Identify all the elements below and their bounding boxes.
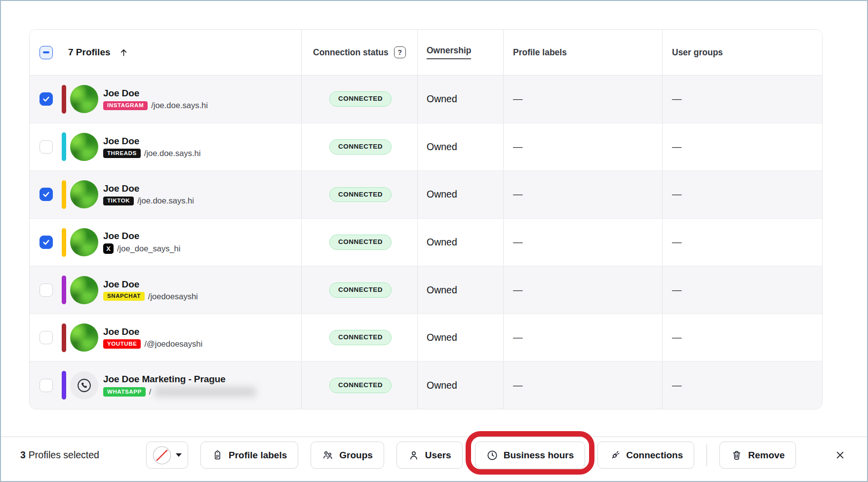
- connection-status-badge: CONNECTED: [329, 330, 392, 345]
- profile-name: Joe Doe: [103, 326, 202, 337]
- profile-handle: /: [149, 387, 152, 397]
- close-icon: [834, 449, 846, 461]
- table-row[interactable]: Joe Doe YOUTUBE /@joedoesayshi CONNECTED…: [30, 314, 822, 362]
- table-row[interactable]: Joe Doe SNAPCHAT /joedoesayshi CONNECTED…: [30, 266, 822, 314]
- ownership-value: Owned: [417, 266, 503, 314]
- ownership-value: Owned: [417, 362, 503, 409]
- user-groups-value: —: [662, 219, 822, 266]
- row-checkbox[interactable]: [39, 140, 53, 154]
- toolbar-divider: [707, 444, 707, 466]
- row-checkbox[interactable]: [39, 283, 53, 297]
- profile-handle: /@joedoesayshi: [144, 339, 202, 349]
- profile-name: Joe Doe: [103, 88, 208, 99]
- profile-labels-button[interactable]: p Profile labels: [200, 442, 298, 469]
- profile-color-bar: [62, 132, 66, 161]
- user-groups-value: —: [662, 314, 822, 362]
- row-checkbox[interactable]: [39, 188, 53, 201]
- check-icon: [42, 238, 50, 246]
- select-all-checkbox[interactable]: [39, 46, 53, 59]
- network-badge: X: [103, 243, 114, 254]
- table-row[interactable]: Joe Doe Marketing - Prague WHATSAPP / CO…: [30, 362, 822, 409]
- avatar: [70, 180, 98, 208]
- profiles-header-cell: 7 Profiles: [30, 30, 301, 75]
- network-badge: SNAPCHAT: [103, 292, 145, 301]
- connection-status-badge: CONNECTED: [329, 139, 392, 155]
- profile-color-dropdown[interactable]: [146, 442, 188, 469]
- sort-ascending-icon[interactable]: [118, 47, 129, 58]
- svg-text:p: p: [216, 453, 219, 458]
- ownership-value: Owned: [417, 123, 503, 171]
- table-row[interactable]: Joe Doe X /joe_doe_says_hi CONNECTED Own…: [30, 219, 822, 267]
- profile-info: Joe Doe X /joe_doe_says_hi: [103, 231, 180, 254]
- profile-info: Joe Doe Marketing - Prague WHATSAPP /: [103, 374, 256, 397]
- profile-labels-value: —: [503, 171, 662, 218]
- column-header-user-groups[interactable]: User groups: [662, 30, 822, 75]
- user-groups-value: —: [662, 123, 822, 171]
- close-button[interactable]: [831, 447, 848, 464]
- network-badge: TIKTOK: [103, 197, 134, 206]
- profile-handle: /joe_doe_says_hi: [117, 244, 180, 253]
- profile-name: Joe Doe: [103, 231, 180, 241]
- users-button[interactable]: Users: [396, 442, 463, 469]
- avatar: [70, 228, 98, 256]
- profile-info: Joe Doe YOUTUBE /@joedoesayshi: [103, 326, 202, 349]
- profile-handle: /joe.doe.says.hi: [144, 149, 201, 158]
- remove-button[interactable]: Remove: [719, 442, 796, 469]
- table-header-row: 7 Profiles Connection status ? Ownership…: [30, 30, 822, 76]
- profile-handle: /joe.doe.says.hi: [137, 196, 194, 205]
- profile-info: Joe Doe TIKTOK /joe.doe.says.hi: [103, 183, 194, 205]
- profile-name: Joe Doe: [103, 183, 194, 194]
- profiles-manager-screen: 7 Profiles Connection status ? Ownership…: [0, 0, 868, 482]
- column-header-connection-status[interactable]: Connection status ?: [301, 30, 417, 75]
- connection-status-badge: CONNECTED: [329, 187, 392, 202]
- column-header-profile-labels[interactable]: Profile labels: [503, 30, 662, 75]
- no-color-slash-icon: [153, 446, 171, 465]
- profile-name: Joe Doe: [103, 279, 198, 290]
- indeterminate-minus-icon: [43, 51, 49, 53]
- avatar: [70, 133, 98, 161]
- business-hours-button[interactable]: Business hours: [475, 442, 586, 469]
- row-checkbox[interactable]: [39, 331, 53, 344]
- connection-status-badge: CONNECTED: [329, 378, 392, 393]
- profile-labels-value: —: [503, 123, 662, 171]
- bulk-actions-bar: 3 Profiles selected p Profile labels: [1, 437, 867, 481]
- row-checkbox[interactable]: [39, 236, 53, 249]
- avatar: [70, 276, 98, 304]
- row-checkbox[interactable]: [39, 379, 53, 392]
- connection-status-badge: CONNECTED: [329, 91, 392, 107]
- table-row[interactable]: Joe Doe THREADS /joe.doe.says.hi CONNECT…: [30, 123, 822, 171]
- table-row[interactable]: Joe Doe INSTAGRAM /joe.doe.says.hi CONNE…: [30, 76, 822, 123]
- profile-color-bar: [62, 371, 66, 400]
- profile-color-bar: [62, 276, 66, 304]
- groups-button[interactable]: Groups: [311, 442, 384, 469]
- user-groups-value: —: [662, 362, 822, 409]
- profiles-table: 7 Profiles Connection status ? Ownership…: [29, 29, 823, 409]
- connections-button[interactable]: Connections: [597, 442, 694, 469]
- profile-handle: /joe.doe.says.hi: [151, 101, 208, 110]
- ownership-value: Owned: [417, 76, 503, 123]
- selected-count-label: 3 Profiles selected: [20, 442, 99, 469]
- redacted-handle: [155, 387, 256, 397]
- profile-info: Joe Doe INSTAGRAM /joe.doe.says.hi: [103, 88, 208, 110]
- check-icon: [42, 190, 50, 199]
- whatsapp-phone-avatar: [70, 371, 98, 400]
- help-icon[interactable]: ?: [394, 46, 406, 58]
- profile-info: Joe Doe SNAPCHAT /joedoesayshi: [103, 279, 198, 301]
- trash-icon: [731, 449, 743, 461]
- network-badge: INSTAGRAM: [103, 101, 148, 111]
- profiles-count-label: 7 Profiles: [68, 47, 111, 58]
- column-header-ownership[interactable]: Ownership: [417, 30, 503, 75]
- row-checkbox[interactable]: [39, 92, 53, 106]
- ownership-value: Owned: [417, 314, 503, 362]
- profile-color-bar: [62, 85, 66, 114]
- user-groups-value: —: [662, 76, 822, 123]
- chevron-down-icon: [176, 453, 182, 457]
- profile-info: Joe Doe THREADS /joe.doe.says.hi: [103, 136, 200, 158]
- profile-labels-value: —: [503, 76, 662, 123]
- user-groups-value: —: [662, 171, 822, 218]
- clock-icon: [486, 449, 498, 461]
- profile-labels-value: —: [503, 362, 662, 409]
- table-row[interactable]: Joe Doe TIKTOK /joe.doe.says.hi CONNECTE…: [30, 171, 822, 219]
- ownership-value: Owned: [417, 219, 503, 266]
- check-icon: [42, 95, 50, 103]
